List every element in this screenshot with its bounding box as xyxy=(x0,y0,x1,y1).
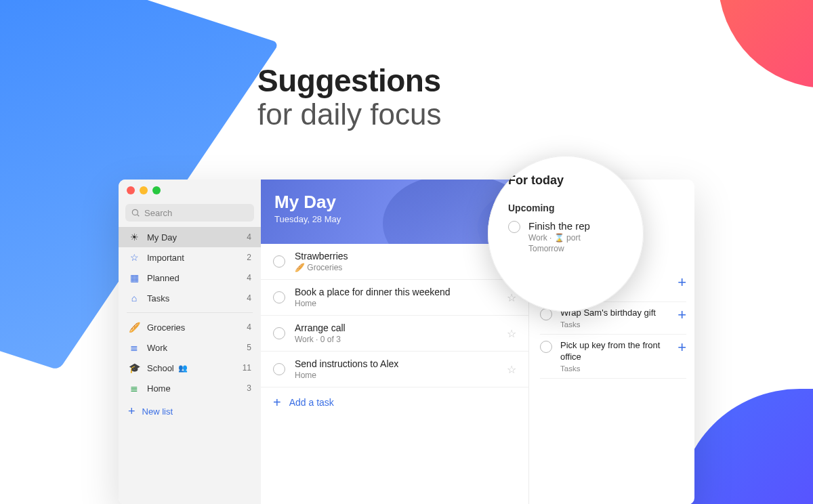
task-title: Strawberries xyxy=(295,251,507,261)
sidebar-item-label: Planned xyxy=(147,273,180,283)
complete-checkbox[interactable] xyxy=(273,363,285,375)
suggestion-meta: Tasks xyxy=(560,364,673,373)
headline-light: for daily focus xyxy=(257,98,441,131)
plus-icon: + xyxy=(273,396,281,409)
sidebar-item-label: Important xyxy=(147,253,184,263)
shared-icon: 👥 xyxy=(178,364,188,373)
task-title: Arrange call xyxy=(295,322,507,333)
suggestion-meta: Work · ⌛ port xyxy=(528,233,590,243)
task-meta: Home xyxy=(295,371,507,380)
task-row[interactable]: Arrange call Work · 0 of 3 ☆ xyxy=(261,316,528,352)
sidebar-item-count: 4 xyxy=(247,273,251,282)
decorative-bg xyxy=(678,389,813,504)
sidebar-item-important[interactable]: ☆ Important 2 xyxy=(119,247,261,268)
sidebar-item-tasks[interactable]: ⌂ Tasks 4 xyxy=(119,288,261,308)
task-meta: 🥖 Groceries xyxy=(295,263,507,272)
search-icon xyxy=(131,208,140,217)
complete-checkbox[interactable] xyxy=(273,327,285,339)
suggestion-row[interactable]: Finish the rep Work · ⌛ port Tomorrow xyxy=(508,220,633,253)
suggestion-title: Pick up key from the front office xyxy=(560,340,673,363)
add-to-my-day-button[interactable]: + xyxy=(678,275,686,290)
decorative-bg xyxy=(718,0,813,88)
sidebar-item-count: 4 xyxy=(247,293,251,303)
sidebar-item-work[interactable]: ≣ Work 5 xyxy=(119,337,261,358)
complete-checkbox[interactable] xyxy=(273,291,285,303)
task-row[interactable]: Book a place for dinner this weekend Hom… xyxy=(261,280,528,316)
new-list-label: New list xyxy=(142,406,173,417)
magnifier-subheading: Upcoming xyxy=(508,203,633,213)
star-icon[interactable]: ☆ xyxy=(507,327,516,340)
sun-icon: ☀︎ xyxy=(128,232,140,243)
sidebar-item-label: School xyxy=(147,363,174,373)
svg-point-0 xyxy=(132,209,138,215)
svg-line-1 xyxy=(138,215,140,217)
sidebar-item-count: 4 xyxy=(247,322,251,332)
task-title: Send instructions to Alex xyxy=(295,358,507,369)
star-icon[interactable]: ☆ xyxy=(507,363,516,376)
search-input[interactable]: Search xyxy=(125,204,254,222)
divider xyxy=(127,312,253,313)
search-placeholder: Search xyxy=(144,208,172,218)
headline-bold: Suggestions xyxy=(257,62,441,99)
sidebar-item-planned[interactable]: ▦ Planned 4 xyxy=(119,268,261,288)
sidebar-item-my-day[interactable]: ☀︎ My Day 4 xyxy=(119,227,261,247)
sidebar-item-label: Work xyxy=(147,343,167,353)
sidebar-item-label: Tasks xyxy=(147,293,169,303)
suggestion-meta: Tasks xyxy=(560,320,673,329)
suggestion-row[interactable]: Pick up key from the front office Tasks … xyxy=(540,335,686,379)
sidebar: Search ☀︎ My Day 4 ☆ Important 2 ▦ Plann… xyxy=(119,180,261,504)
list-icon: ≣ xyxy=(128,342,140,353)
task-list: Strawberries 🥖 Groceries ☆ Book a place … xyxy=(261,244,528,387)
sidebar-item-label: Groceries xyxy=(147,322,185,333)
suggestion-meta: Tomorrow xyxy=(528,244,590,253)
smart-lists: ☀︎ My Day 4 ☆ Important 2 ▦ Planned 4 ⌂ … xyxy=(119,227,261,308)
task-row[interactable]: Send instructions to Alex Home ☆ xyxy=(261,352,528,387)
zoom-icon[interactable] xyxy=(152,186,161,194)
suggestion-title: Finish the rep xyxy=(528,220,590,232)
list-icon: ≣ xyxy=(128,383,140,394)
home-icon: ⌂ xyxy=(128,293,140,303)
calendar-icon: ▦ xyxy=(128,272,140,283)
sidebar-item-count: 5 xyxy=(247,343,251,352)
marketing-headline: Suggestions for daily focus xyxy=(257,62,441,131)
sidebar-item-label: My Day xyxy=(147,232,177,243)
plus-icon: + xyxy=(128,405,136,417)
sidebar-item-count: 2 xyxy=(247,253,251,262)
add-to-my-day-button[interactable]: + xyxy=(678,308,686,322)
close-icon[interactable] xyxy=(127,186,135,194)
sidebar-item-label: Home xyxy=(147,383,171,394)
grad-cap-icon: 🎓 xyxy=(128,362,140,373)
sidebar-item-school[interactable]: 🎓 School 👥 11 xyxy=(119,358,261,378)
task-row[interactable]: Strawberries 🥖 Groceries ☆ xyxy=(261,244,528,280)
task-meta: Home xyxy=(295,299,507,308)
custom-lists: 🥖 Groceries 4 ≣ Work 5 🎓 School 👥 11 ≣ H… xyxy=(119,317,261,398)
list-date: Tuesday, 28 May xyxy=(274,214,515,224)
sidebar-item-count: 4 xyxy=(247,232,251,242)
add-to-my-day-button[interactable]: + xyxy=(678,340,686,355)
add-task-label: Add a task xyxy=(289,397,334,408)
complete-checkbox[interactable] xyxy=(508,221,520,233)
task-meta: Work · 0 of 3 xyxy=(295,335,507,344)
minimize-icon[interactable] xyxy=(140,186,148,194)
sidebar-item-count: 3 xyxy=(247,383,251,393)
add-task-button[interactable]: + Add a task xyxy=(261,387,528,417)
sidebar-item-home[interactable]: ≣ Home 3 xyxy=(119,378,261,398)
magnifier-callout: For today Upcoming Finish the rep Work ·… xyxy=(488,156,644,312)
new-list-button[interactable]: + New list xyxy=(119,398,261,424)
star-icon: ☆ xyxy=(128,252,140,263)
window-traffic-lights[interactable] xyxy=(119,180,261,201)
bread-icon: 🥖 xyxy=(128,322,140,333)
complete-checkbox[interactable] xyxy=(273,255,285,268)
list-title: My Day xyxy=(274,192,515,213)
sidebar-item-count: 11 xyxy=(243,363,251,373)
magnifier-heading: For today xyxy=(508,173,633,188)
task-title: Book a place for dinner this weekend xyxy=(295,287,507,297)
complete-checkbox[interactable] xyxy=(540,341,552,353)
sidebar-item-groceries[interactable]: 🥖 Groceries 4 xyxy=(119,317,261,337)
